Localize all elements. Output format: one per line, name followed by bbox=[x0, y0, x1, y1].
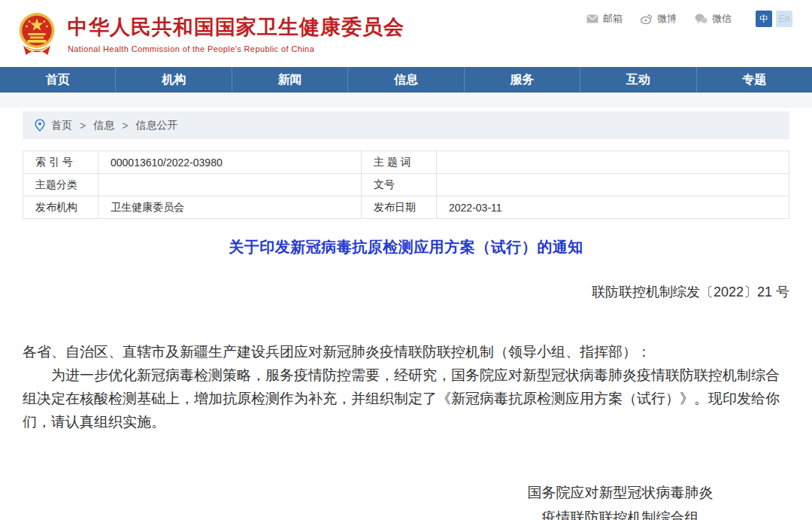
weibo-link-label: 微博 bbox=[657, 12, 677, 26]
nav-item-special[interactable]: 专题 bbox=[697, 67, 812, 93]
article-title: 关于印发新冠病毒抗原检测应用方案（试行）的通知 bbox=[23, 237, 789, 257]
site-title: 中华人民共和国国家卫生健康委员会 bbox=[68, 14, 404, 41]
wechat-icon bbox=[695, 14, 707, 24]
breadcrumb-separator: > bbox=[78, 120, 87, 132]
nav-item-info[interactable]: 信息 bbox=[348, 67, 464, 93]
mail-link[interactable]: 邮箱 bbox=[586, 12, 623, 26]
main-content: 首页 > 信息 > 信息公开 索 引 号 000013610/2022-0398… bbox=[23, 111, 789, 520]
breadcrumb-info[interactable]: 信息 bbox=[93, 119, 114, 132]
table-row: 发布机构 卫生健康委员会 发布日期 2022-03-11 bbox=[23, 196, 789, 219]
meta-value-docno bbox=[437, 174, 789, 196]
meta-label-keywords: 主 题 词 bbox=[362, 151, 437, 174]
lang-zh-button[interactable]: 中 bbox=[756, 11, 772, 27]
breadcrumb: 首页 > 信息 > 信息公开 bbox=[23, 111, 789, 139]
breadcrumb-info-public[interactable]: 信息公开 bbox=[135, 119, 177, 132]
meta-label-issuer: 发布机构 bbox=[23, 196, 98, 219]
meta-label-docno: 文号 bbox=[362, 174, 437, 196]
main-nav: 首页 机构 新闻 信息 服务 互动 专题 bbox=[0, 67, 812, 93]
language-switcher: 中 En bbox=[756, 11, 792, 27]
nav-item-org[interactable]: 机构 bbox=[116, 67, 232, 93]
meta-value-issuer: 卫生健康委员会 bbox=[98, 196, 362, 219]
article-body: 各省、自治区、直辖市及新疆生产建设兵团应对新冠肺炎疫情联防联控机制（领导小组、指… bbox=[23, 340, 789, 433]
brand-text: 中华人民共和国国家卫生健康委员会 National Health Commiss… bbox=[68, 14, 404, 53]
wechat-link-label: 微信 bbox=[712, 12, 732, 26]
header-utility-links: 邮箱 微博 微信 中 En bbox=[586, 11, 792, 27]
nav-substrip bbox=[0, 93, 812, 108]
table-row: 索 引 号 000013610/2022-03980 主 题 词 bbox=[23, 151, 789, 174]
site-subtitle: National Health Commission of the People… bbox=[68, 44, 404, 53]
lang-en-button[interactable]: En bbox=[776, 11, 792, 27]
article-paragraph: 各省、自治区、直辖市及新疆生产建设兵团应对新冠肺炎疫情联防联控机制（领导小组、指… bbox=[23, 340, 789, 363]
mail-link-label: 邮箱 bbox=[603, 12, 623, 26]
nav-item-interact[interactable]: 互动 bbox=[580, 67, 696, 93]
breadcrumb-home[interactable]: 首页 bbox=[51, 119, 72, 132]
article-paragraph: 为进一步优化新冠病毒检测策略，服务疫情防控需要，经研究，国务院应对新型冠状病毒肺… bbox=[23, 363, 789, 433]
national-emblem-logo bbox=[17, 11, 57, 56]
wechat-link[interactable]: 微信 bbox=[695, 12, 732, 26]
meta-label-category: 主题分类 bbox=[23, 174, 98, 196]
location-pin-icon bbox=[35, 119, 45, 132]
weibo-link[interactable]: 微博 bbox=[641, 12, 677, 26]
site-header: 中华人民共和国国家卫生健康委员会 National Health Commiss… bbox=[0, 0, 812, 67]
article-signature: 国务院应对新型冠状病毒肺炎 疫情联防联控机制综合组 bbox=[511, 480, 729, 520]
weibo-icon bbox=[641, 14, 653, 24]
mail-icon bbox=[586, 14, 598, 23]
meta-label-pubdate: 发布日期 bbox=[362, 196, 437, 219]
meta-value-category bbox=[98, 174, 362, 196]
meta-value-index: 000013610/2022-03980 bbox=[98, 151, 362, 174]
article-doc-number: 联防联控机制综发〔2022〕21 号 bbox=[23, 283, 789, 301]
signature-line: 疫情联防联控机制综合组 bbox=[511, 505, 729, 520]
meta-value-pubdate: 2022-03-11 bbox=[437, 196, 789, 219]
table-row: 主题分类 文号 bbox=[23, 174, 789, 196]
nav-item-news[interactable]: 新闻 bbox=[232, 67, 348, 93]
signature-line: 国务院应对新型冠状病毒肺炎 bbox=[511, 480, 729, 505]
document-meta-table: 索 引 号 000013610/2022-03980 主 题 词 主题分类 文号… bbox=[23, 151, 789, 219]
meta-label-index: 索 引 号 bbox=[23, 151, 98, 174]
nav-item-service[interactable]: 服务 bbox=[465, 67, 580, 93]
breadcrumb-separator: > bbox=[120, 120, 129, 132]
meta-value-keywords bbox=[437, 151, 789, 174]
nav-item-home[interactable]: 首页 bbox=[0, 67, 116, 93]
